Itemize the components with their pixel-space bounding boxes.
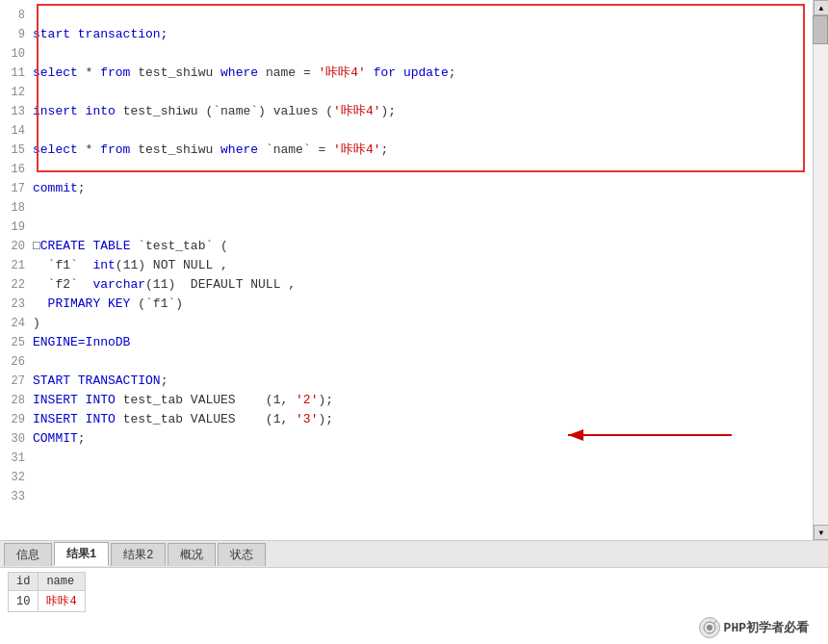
line-number: 19 [4, 218, 33, 237]
column-header: name [39, 573, 85, 591]
line-number: 33 [4, 487, 33, 506]
data-table: idname 10咔咔4 [8, 572, 86, 612]
table-row: 10咔咔4 [9, 591, 86, 612]
line-content: `f1` int(11) NOT NULL , [33, 256, 828, 275]
line-number: 26 [4, 352, 33, 372]
svg-line-4 [713, 621, 716, 624]
tab-bar: 信息结果1结果2概况状态 [0, 540, 828, 567]
line-number: 20 [4, 237, 33, 256]
line-content: insert into test_shiwu (`name`) values (… [33, 102, 828, 121]
line-content: commit; [33, 179, 828, 198]
line-content: ) [33, 314, 828, 333]
line-content: ENGINE=InnoDB [33, 333, 828, 352]
line-number: 22 [4, 275, 33, 295]
line-number: 18 [4, 198, 33, 218]
table-cell: 咔咔4 [39, 591, 85, 612]
results-area: idname 10咔咔4 PHP初学者必看 [0, 567, 828, 644]
line-content: PRIMARY KEY (`f1`) [33, 295, 828, 314]
line-content [33, 160, 828, 179]
line-number: 25 [4, 333, 33, 352]
vertical-scrollbar[interactable]: ▲ ▼ [813, 0, 828, 540]
line-number: 21 [4, 256, 33, 275]
code-line: 13insert into test_shiwu (`name`) values… [4, 102, 828, 121]
brand-icon [699, 617, 720, 638]
code-line: 18 [4, 198, 828, 218]
line-content: COMMIT; [33, 429, 828, 449]
line-number: 14 [4, 121, 33, 141]
line-content: INSERT INTO test_tab VALUES (1, '2'); [33, 391, 828, 410]
code-line: 21 `f1` int(11) NOT NULL , [4, 256, 828, 275]
tab-item-概况[interactable]: 概况 [168, 543, 216, 566]
code-editor[interactable]: 89start transaction;10 11select * from t… [0, 0, 828, 540]
line-content: select * from test_shiwu where name = '咔… [33, 64, 828, 83]
line-number: 27 [4, 372, 33, 391]
line-number: 12 [4, 83, 33, 102]
scroll-thumb[interactable] [813, 15, 828, 44]
code-line: 19 [4, 218, 828, 237]
line-number: 8 [4, 6, 33, 25]
line-content [33, 468, 828, 487]
column-header: id [9, 573, 39, 591]
line-number: 28 [4, 391, 33, 410]
line-number: 15 [4, 141, 33, 160]
code-line: 15select * from test_shiwu where `name` … [4, 141, 828, 160]
code-line: 30COMMIT; [4, 429, 828, 449]
code-line: 33 [4, 487, 828, 506]
table-body: 10咔咔4 [9, 591, 86, 612]
scroll-down-button[interactable]: ▼ [814, 525, 828, 540]
scroll-up-button[interactable]: ▲ [814, 0, 828, 15]
line-content: select * from test_shiwu where `name` = … [33, 141, 828, 160]
line-content: start transaction; [33, 25, 828, 44]
tab-item-信息[interactable]: 信息 [4, 543, 52, 566]
code-line: 32 [4, 468, 828, 487]
code-line: 14 [4, 121, 828, 141]
line-number: 9 [4, 25, 33, 44]
line-content: START TRANSACTION; [33, 372, 828, 391]
code-line: 22 `f2` varchar(11) DEFAULT NULL , [4, 275, 828, 295]
brand-text: PHP初学者必看 [724, 619, 809, 636]
line-content [33, 218, 828, 237]
code-line: 12 [4, 83, 828, 102]
table-header-row: idname [9, 573, 86, 591]
line-content [33, 198, 828, 218]
tab-item-状态[interactable]: 状态 [218, 543, 266, 566]
line-number: 31 [4, 449, 33, 468]
table-cell: 10 [9, 591, 39, 612]
line-number: 24 [4, 314, 33, 333]
branding: PHP初学者必看 [699, 617, 809, 638]
code-line: 28INSERT INTO test_tab VALUES (1, '2'); [4, 391, 828, 410]
code-line: 23 PRIMARY KEY (`f1`) [4, 295, 828, 314]
line-content [33, 352, 828, 372]
code-line: 29INSERT INTO test_tab VALUES (1, '3'); [4, 410, 828, 429]
code-line: 24) [4, 314, 828, 333]
line-number: 23 [4, 295, 33, 314]
line-number: 29 [4, 410, 33, 429]
code-line: 9start transaction; [4, 25, 828, 44]
code-line: 17commit; [4, 179, 828, 198]
line-number: 10 [4, 44, 33, 64]
code-line: 10 [4, 44, 828, 64]
line-content [33, 449, 828, 468]
line-content [33, 83, 828, 102]
line-content [33, 487, 828, 506]
code-line: 25ENGINE=InnoDB [4, 333, 828, 352]
line-content [33, 44, 828, 64]
line-number: 13 [4, 102, 33, 121]
tab-item-结果1[interactable]: 结果1 [54, 542, 109, 566]
line-content: INSERT INTO test_tab VALUES (1, '3'); [33, 410, 828, 429]
line-content [33, 121, 828, 141]
line-number: 32 [4, 468, 33, 487]
code-line: 31 [4, 449, 828, 468]
code-line: 26 [4, 352, 828, 372]
line-content: □CREATE TABLE `test_tab` ( [33, 237, 828, 256]
tab-item-结果2[interactable]: 结果2 [111, 543, 166, 566]
code-lines: 89start transaction;10 11select * from t… [0, 2, 828, 506]
line-number: 11 [4, 64, 33, 83]
code-line: 27START TRANSACTION; [4, 372, 828, 391]
line-number: 16 [4, 160, 33, 179]
code-line: 8 [4, 6, 828, 25]
line-content: `f2` varchar(11) DEFAULT NULL , [33, 275, 828, 295]
code-line: 20□CREATE TABLE `test_tab` ( [4, 237, 828, 256]
line-number: 30 [4, 429, 33, 449]
line-number: 17 [4, 179, 33, 198]
